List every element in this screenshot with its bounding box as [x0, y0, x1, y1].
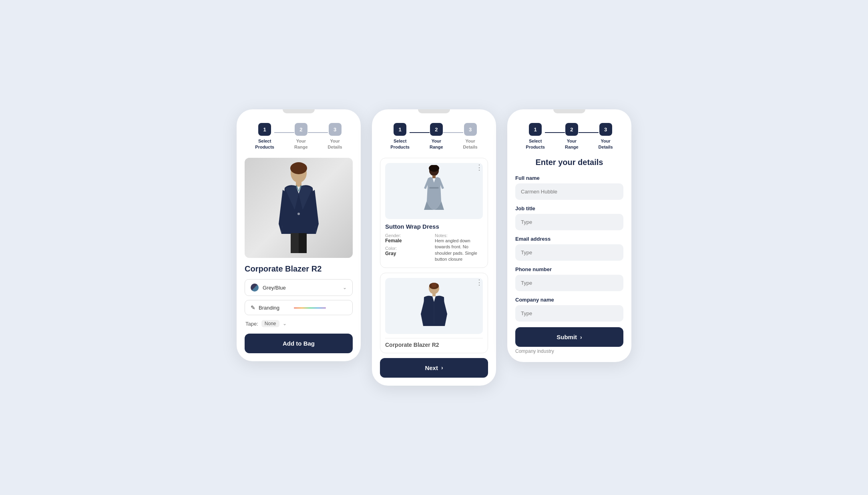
step-1-s3: 1 SelectProducts	[526, 123, 545, 150]
product-card-dress: ⋮	[380, 158, 488, 268]
product-card-blazer: ⋮	[380, 273, 488, 353]
notes-value: Hem angled down towards front. No should…	[435, 238, 483, 263]
step-label-2-s2: YourRange	[430, 138, 443, 150]
screen2-phone: 1 SelectProducts 2 YourRange 3 YourDetai…	[372, 109, 496, 385]
blazer-card-image	[385, 278, 483, 334]
tape-row: Tape: None ⌄	[245, 317, 353, 330]
color-value-card: Gray	[385, 251, 433, 256]
more-dots-icon-2[interactable]: ⋮	[476, 278, 483, 287]
step-label-2: YourRange	[294, 138, 308, 150]
tape-label: Tape:	[245, 321, 258, 327]
blazer-silhouette	[273, 162, 325, 254]
step-indicator-2: 1 SelectProducts 2 YourRange 3 YourDetai…	[380, 123, 488, 150]
step-circle-3-s2: 3	[464, 123, 477, 136]
step-circle-2-s2: 2	[430, 123, 443, 136]
dress-card-image	[385, 163, 483, 219]
svg-point-1	[290, 162, 307, 174]
step-1-s2: 1 SelectProducts	[390, 123, 410, 150]
svg-point-3	[297, 213, 300, 215]
svg-rect-5	[299, 233, 307, 253]
chevron-down-icon: ⌄	[343, 285, 347, 290]
submit-label: Submit	[557, 334, 577, 340]
submit-button[interactable]: Submit ›	[515, 327, 623, 347]
partial-label: Company industry	[515, 348, 623, 354]
gender-value: Female	[385, 238, 433, 243]
step-circle-1-s3: 1	[529, 123, 542, 136]
company-name-field: Company name	[515, 297, 623, 322]
phone-input[interactable]	[515, 275, 623, 291]
pencil-icon: ✎	[251, 304, 255, 311]
full-name-field: Full name	[515, 175, 623, 200]
blazer-back-silhouette	[416, 282, 452, 330]
phone-field: Phone number	[515, 266, 623, 291]
step-circle-3: 3	[329, 123, 342, 136]
job-title-input[interactable]	[515, 214, 623, 230]
branding-label: Branding	[259, 305, 279, 311]
job-title-label: Job title	[515, 205, 623, 211]
product-image-screen1	[245, 158, 353, 258]
step-2-s2: 2 YourRange	[430, 123, 443, 150]
branding-button[interactable]: ✎ Branding	[245, 300, 353, 315]
company-name-input[interactable]	[515, 305, 623, 322]
step-2: 2 YourRange	[294, 123, 308, 150]
svg-rect-4	[291, 233, 299, 253]
step-label-3-s3: YourDetails	[599, 138, 613, 150]
full-name-label: Full name	[515, 175, 623, 181]
color-selector[interactable]: Grey/Blue ⌄	[245, 279, 353, 296]
screen1-phone: 1 SelectProducts 2 YourRange 3 YourDetai…	[237, 109, 361, 361]
svg-rect-9	[429, 187, 439, 189]
product-title: Corporate Blazer R2	[245, 264, 353, 274]
gender-label: Gender:	[385, 233, 433, 238]
tape-value[interactable]: None	[261, 320, 279, 327]
step-3: 3 YourDetails	[328, 123, 342, 150]
step-label-1: SelectProducts	[255, 138, 274, 150]
color-swatch	[251, 284, 259, 292]
step-line-2	[308, 132, 328, 133]
more-dots-icon[interactable]: ⋮	[476, 163, 483, 172]
color-label: Grey/Blue	[263, 285, 343, 291]
step-circle-2: 2	[295, 123, 307, 136]
color-label-card: Color:	[385, 246, 433, 251]
phone-label: Phone number	[515, 266, 623, 272]
step-line-1	[274, 132, 294, 133]
blazer-image	[245, 158, 353, 258]
step-2-s3: 2 YourRange	[565, 123, 579, 150]
arrow-right-icon: ›	[441, 364, 443, 371]
email-input[interactable]	[515, 244, 623, 261]
dress-details: Gender: Female Color: Gray Notes: Hem an…	[385, 233, 483, 263]
step-circle-1-s2: 1	[394, 123, 406, 136]
step-label-3-s2: YourDetails	[463, 138, 478, 150]
step-line-1-s3	[545, 132, 565, 133]
submit-arrow-icon: ›	[580, 334, 582, 340]
step-3-s2: 3 YourDetails	[463, 123, 478, 150]
step-line-1-s2	[410, 132, 430, 133]
company-name-label: Company name	[515, 297, 623, 303]
svg-point-12	[432, 283, 436, 288]
step-label-3: YourDetails	[328, 138, 342, 150]
step-1: 1 SelectProducts	[255, 123, 274, 150]
full-name-input[interactable]	[515, 183, 623, 200]
notes-label: Notes:	[435, 233, 483, 238]
step-indicator-3: 1 SelectProducts 2 YourRange 3 YourDetai…	[515, 123, 623, 150]
dress-name: Sutton Wrap Dress	[385, 223, 483, 230]
add-to-bag-button[interactable]: Add to Bag	[245, 334, 353, 353]
step-label-1-s2: SelectProducts	[390, 138, 410, 150]
step-circle-1: 1	[258, 123, 271, 136]
step-circle-3-s3: 3	[599, 123, 612, 136]
step-line-2-s3	[579, 132, 599, 133]
dress-silhouette	[418, 165, 450, 217]
step-3-s3: 3 YourDetails	[599, 123, 613, 150]
next-button[interactable]: Next ›	[380, 358, 488, 378]
job-title-field: Job title	[515, 205, 623, 230]
next-label: Next	[425, 364, 438, 371]
screens-container: 1 SelectProducts 2 YourRange 3 YourDetai…	[237, 109, 631, 385]
step-line-2-s2	[443, 132, 463, 133]
form-title: Enter your details	[515, 158, 623, 167]
blazer-card-name: Corporate Blazer R2	[385, 338, 483, 348]
tape-dropdown-icon: ⌄	[283, 321, 287, 326]
svg-rect-8	[432, 175, 436, 178]
step-label-2-s3: YourRange	[565, 138, 579, 150]
step-circle-2-s3: 2	[565, 123, 578, 136]
email-field: Email address	[515, 236, 623, 261]
step-indicator-1: 1 SelectProducts 2 YourRange 3 YourDetai…	[245, 123, 353, 150]
